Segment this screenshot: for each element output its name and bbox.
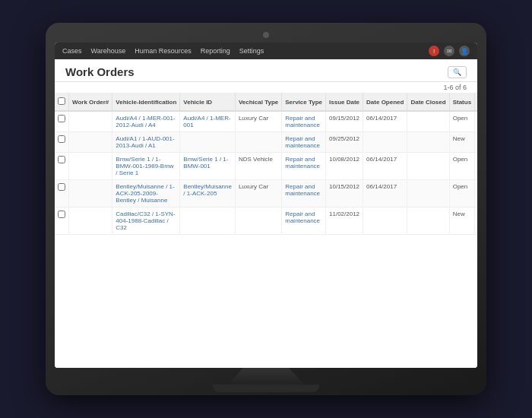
cell-date-closed xyxy=(407,153,449,180)
cell-date-opened: 06/14/2017 xyxy=(363,111,407,132)
cell-vehicle-type xyxy=(235,132,281,153)
nav-item-settings[interactable]: Settings xyxy=(239,47,264,55)
table-row[interactable]: Audi/A4 / 1-MER-001-2012-Audi / A4Audi/A… xyxy=(55,111,477,132)
col-date-opened: Date Opened xyxy=(363,93,407,111)
cell-issue-date: 10/15/2012 xyxy=(326,180,363,207)
cell-open-days: 0 xyxy=(475,207,477,235)
cell-date-closed xyxy=(407,180,449,207)
cell-service-type: Repair and maintenance xyxy=(282,153,326,180)
work-orders-table: Work Order# Vehicle-Identification Vehic… xyxy=(55,93,477,235)
cell-vehicle-identification[interactable]: Audi/A4 / 1-MER-001-2012-Audi / A4 xyxy=(112,111,180,132)
nav-item-warehouse[interactable]: Warehouse xyxy=(91,47,126,55)
col-date-closed: Date Closed xyxy=(407,93,449,111)
table-row[interactable]: Bentley/Muisanne / 1-ACK-205-2009-Bentle… xyxy=(55,180,477,207)
table-row[interactable]: Cadillac/C32 / 1-SYN-404-1988-Cadillac /… xyxy=(55,207,477,235)
nav-item-reporting[interactable]: Reporting xyxy=(201,47,230,55)
bell-icon[interactable]: ! xyxy=(429,46,439,56)
chat-icon[interactable]: ✉ xyxy=(444,46,454,56)
cell-open-days: 1 xyxy=(475,153,477,180)
user-icon[interactable]: 👤 xyxy=(459,46,470,56)
cell-date-closed xyxy=(407,111,449,132)
nav-item-hr[interactable]: Human Resources xyxy=(135,47,192,55)
cell-vehicle-identification[interactable]: Bmw/Serie 1 / 1-BMW-001-1989-Bmw / Serie… xyxy=(112,153,180,180)
col-vehicle-type: Vechical Type xyxy=(235,93,281,111)
cell-vehicle-type: Luxury Car xyxy=(235,180,281,207)
cell-vehicle-id[interactable]: Audi/A4 / 1-MER-001 xyxy=(180,111,236,132)
toolbar: 1-6 of 6 xyxy=(55,82,477,93)
page-header: Work Orders 🔍 xyxy=(55,59,477,82)
col-vehicle-identification: Vehicle-Identification xyxy=(112,93,180,111)
cell-date-opened: 06/14/2017 xyxy=(363,153,407,180)
nav-icons: ! ✉ 👤 xyxy=(429,46,470,56)
cell-date-opened: 06/14/2017 xyxy=(363,180,407,207)
table-row[interactable]: Audi/A1 / 1-AUD-001-2013-Audi / A1Repair… xyxy=(55,132,477,153)
cell-vehicle-type xyxy=(235,207,281,235)
cell-work-order xyxy=(69,180,112,207)
row-checkbox[interactable] xyxy=(58,211,65,218)
col-service-type: Service Type xyxy=(282,93,326,111)
cell-issue-date: 11/02/2012 xyxy=(326,207,363,235)
cell-vehicle-id[interactable] xyxy=(180,207,236,235)
cell-status: New xyxy=(449,132,474,153)
cell-work-order xyxy=(69,207,112,235)
cell-work-order xyxy=(69,153,112,180)
cell-date-closed xyxy=(407,132,449,153)
cell-vehicle-identification[interactable]: Audi/A1 / 1-AUD-001-2013-Audi / A1 xyxy=(112,132,180,153)
monitor-screen: Cases Warehouse Human Resources Reportin… xyxy=(55,43,477,368)
col-status: Status xyxy=(449,93,474,111)
row-checkbox-cell xyxy=(55,132,69,153)
cell-vehicle-id[interactable]: Bmw/Serie 1 / 1-BMW-001 xyxy=(180,153,236,180)
monitor-base xyxy=(213,385,319,392)
col-issue-date: Issue Date xyxy=(326,93,363,111)
row-checkbox[interactable] xyxy=(58,135,65,143)
row-checkbox[interactable] xyxy=(58,115,65,122)
select-all-checkbox[interactable] xyxy=(58,97,65,105)
col-work-order: Work Order# xyxy=(69,93,112,111)
cell-open-days: 0 xyxy=(475,132,477,153)
monitor-stand xyxy=(228,368,304,385)
cell-vehicle-id[interactable]: Bentley/Muisanne / 1-ACK-205 xyxy=(180,180,236,207)
row-checkbox-cell xyxy=(55,153,69,180)
row-checkbox-cell xyxy=(55,180,69,207)
page-title: Work Orders xyxy=(65,65,135,78)
cell-status: New xyxy=(449,207,474,235)
row-checkbox[interactable] xyxy=(58,183,65,191)
cell-vehicle-type: NDS Vehicle xyxy=(235,153,281,180)
cell-open-days: 1 xyxy=(475,180,477,207)
cell-date-opened xyxy=(363,132,407,153)
cell-status: Open xyxy=(449,153,474,180)
cell-vehicle-identification[interactable]: Bentley/Muisanne / 1-ACK-205-2009-Bentle… xyxy=(112,180,180,207)
cell-issue-date: 10/08/2012 xyxy=(326,153,363,180)
cell-service-type: Repair and maintenance xyxy=(282,132,326,153)
table-row[interactable]: Bmw/Serie 1 / 1-BMW-001-1989-Bmw / Serie… xyxy=(55,153,477,180)
cell-service-type: Repair and maintenance xyxy=(282,111,326,132)
monitor-camera xyxy=(263,32,269,38)
row-checkbox[interactable] xyxy=(58,156,65,163)
cell-work-order xyxy=(69,132,112,153)
monitor: Cases Warehouse Human Resources Reportin… xyxy=(46,23,486,395)
cell-status: Open xyxy=(449,111,474,132)
table-header-row: Work Order# Vehicle-Identification Vehic… xyxy=(55,93,477,111)
cell-service-type: Repair and maintenance xyxy=(282,180,326,207)
top-nav: Cases Warehouse Human Resources Reportin… xyxy=(55,43,477,59)
row-checkbox-cell xyxy=(55,111,69,132)
search-icon: 🔍 xyxy=(453,68,461,76)
nav-item-cases[interactable]: Cases xyxy=(62,47,82,55)
search-box[interactable]: 🔍 xyxy=(448,66,467,78)
cell-vehicle-id[interactable] xyxy=(180,132,236,153)
cell-open-days: 1 xyxy=(475,111,477,132)
cell-status: Open xyxy=(449,180,474,207)
cell-issue-date: 09/15/2012 xyxy=(326,111,363,132)
table-container[interactable]: Work Order# Vehicle-Identification Vehic… xyxy=(55,93,477,368)
cell-date-opened xyxy=(363,207,407,235)
cell-vehicle-identification[interactable]: Cadillac/C32 / 1-SYN-404-1988-Cadillac /… xyxy=(112,207,180,235)
cell-vehicle-type: Luxury Car xyxy=(235,111,281,132)
col-checkbox xyxy=(55,93,69,111)
col-vehicle-id: Vehicle ID xyxy=(180,93,236,111)
row-checkbox-cell xyxy=(55,207,69,235)
col-open-days: Open Days xyxy=(475,93,477,111)
cell-service-type: Repair and maintenance xyxy=(282,207,326,235)
pagination-info: 1-6 of 6 xyxy=(443,84,467,91)
cell-work-order xyxy=(69,111,112,132)
cell-issue-date: 09/25/2012 xyxy=(326,132,363,153)
